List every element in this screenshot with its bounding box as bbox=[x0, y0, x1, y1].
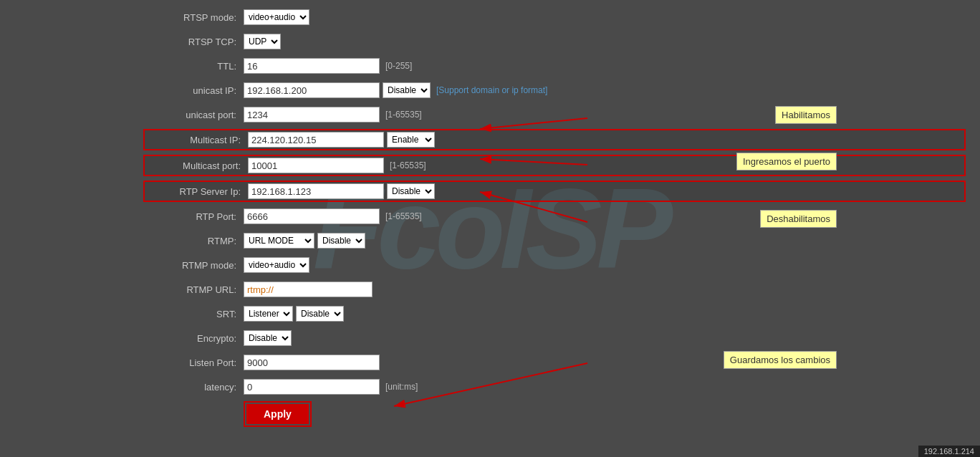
ttl-label: TTL: bbox=[143, 61, 244, 72]
rtsp-tcp-label: RTSP TCP: bbox=[143, 37, 244, 47]
rtmp-control: URL MODE PUSH MODE Disable Enable bbox=[244, 233, 365, 249]
srt-row: SRT: Listener Caller Disable Enable bbox=[143, 304, 966, 324]
encrypto-select[interactable]: Disable Enable bbox=[244, 330, 292, 346]
rtp-port-input[interactable] bbox=[244, 208, 380, 224]
multicast-ip-status-select[interactable]: Enable Disable bbox=[387, 132, 435, 148]
multicast-port-label: Multicast port: bbox=[148, 160, 248, 171]
ttl-control: [0-255] bbox=[244, 58, 412, 74]
rtp-server-ip-label: RTP Server Ip: bbox=[148, 186, 248, 197]
multicast-port-hint: [1-65535] bbox=[390, 160, 426, 170]
apply-button[interactable]: Apply bbox=[246, 404, 309, 424]
unicast-port-label: unicast port: bbox=[143, 110, 244, 120]
unicast-ip-row: unicast IP: Disable Enable [Support doma… bbox=[143, 80, 966, 100]
rtsp-mode-control: video+audio video audio bbox=[244, 9, 309, 25]
ttl-row: TTL: [0-255] bbox=[143, 56, 966, 76]
unicast-ip-hint: [Support domain or ip format] bbox=[436, 85, 547, 95]
encrypto-row: Encrypto: Disable Enable bbox=[143, 328, 966, 348]
unicast-port-hint: [1-65535] bbox=[385, 110, 422, 120]
rtsp-mode-row: RTSP mode: video+audio video audio bbox=[143, 7, 966, 27]
ttl-input[interactable] bbox=[244, 58, 380, 74]
multicast-ip-input[interactable] bbox=[248, 132, 384, 148]
multicast-ip-row: Multicast IP: Enable Disable bbox=[143, 129, 966, 150]
latency-hint: [unit:ms] bbox=[385, 382, 418, 392]
rtmp-row: RTMP: URL MODE PUSH MODE Disable Enable bbox=[143, 231, 966, 251]
encrypto-control: Disable Enable bbox=[244, 330, 292, 346]
latency-label: latency: bbox=[143, 382, 244, 393]
srt-label: SRT: bbox=[143, 309, 244, 319]
rtmp-url-row: RTMP URL: bbox=[143, 279, 966, 299]
rtmp-url-input[interactable] bbox=[244, 282, 373, 297]
unicast-port-control: [1-65535] bbox=[244, 107, 422, 122]
multicast-ip-control: Enable Disable bbox=[248, 132, 435, 148]
rtmp-label: RTMP: bbox=[143, 236, 244, 246]
srt-control: Listener Caller Disable Enable bbox=[244, 306, 344, 322]
rtsp-tcp-row: RTSP TCP: UDP TCP bbox=[143, 32, 966, 52]
rtp-port-row: RTP Port: [1-65535] bbox=[143, 206, 966, 226]
ttl-hint: [0-255] bbox=[385, 61, 412, 71]
rtsp-mode-label: RTSP mode: bbox=[143, 12, 244, 23]
multicast-port-row: Multicast port: [1-65535] bbox=[143, 155, 966, 176]
srt-mode-select[interactable]: Listener Caller bbox=[244, 306, 293, 322]
latency-control: [unit:ms] bbox=[244, 379, 418, 395]
unicast-port-input[interactable] bbox=[244, 107, 380, 122]
rtmp-mode-row: RTMP mode: video+audio video audio bbox=[143, 255, 966, 275]
rtmp-status-select[interactable]: Disable Enable bbox=[317, 233, 365, 249]
unicast-ip-label: unicast IP: bbox=[143, 85, 244, 96]
rtmp-mode-label: RTMP mode: bbox=[143, 260, 244, 271]
rtsp-tcp-select[interactable]: UDP TCP bbox=[244, 34, 281, 49]
unicast-ip-control: Disable Enable [Support domain or ip for… bbox=[244, 82, 547, 98]
rtmp-audio-select[interactable]: video+audio video audio bbox=[244, 257, 309, 273]
listen-port-input[interactable] bbox=[244, 355, 380, 370]
encrypto-label: Encrypto: bbox=[143, 333, 244, 344]
multicast-ip-label: Multicast IP: bbox=[148, 135, 248, 145]
unicast-ip-status-select[interactable]: Disable Enable bbox=[383, 82, 431, 98]
latency-row: latency: [unit:ms] bbox=[143, 377, 966, 397]
rtmp-url-control bbox=[244, 282, 373, 297]
listen-port-control bbox=[244, 355, 380, 370]
rtsp-tcp-control: UDP TCP bbox=[244, 34, 281, 49]
srt-status-select[interactable]: Disable Enable bbox=[296, 306, 344, 322]
apply-row: Apply bbox=[143, 401, 966, 427]
rtp-port-control: [1-65535] bbox=[244, 208, 422, 224]
rtsp-mode-select[interactable]: video+audio video audio bbox=[244, 9, 309, 25]
apply-control: Apply bbox=[244, 401, 312, 427]
multicast-port-input[interactable] bbox=[248, 158, 384, 173]
rtp-port-label: RTP Port: bbox=[143, 211, 244, 222]
ip-badge: 192.168.1.214 bbox=[918, 446, 980, 457]
latency-input[interactable] bbox=[244, 379, 380, 395]
rtmp-url-label: RTMP URL: bbox=[143, 284, 244, 295]
listen-port-label: Listen Port: bbox=[143, 357, 244, 368]
rtp-server-ip-row: RTP Server Ip: Disable Enable bbox=[143, 181, 966, 202]
unicast-port-row: unicast port: [1-65535] bbox=[143, 105, 966, 125]
rtp-server-ip-control: Disable Enable bbox=[248, 183, 435, 199]
rtmp-mode-control: video+audio video audio bbox=[244, 257, 309, 273]
unicast-ip-input[interactable] bbox=[244, 82, 380, 98]
annotation-ingresamos: Ingresamos el puerto bbox=[736, 153, 837, 170]
rtmp-mode-select[interactable]: URL MODE PUSH MODE bbox=[244, 233, 314, 249]
rtp-server-ip-input[interactable] bbox=[248, 183, 384, 199]
rtp-server-status-select[interactable]: Disable Enable bbox=[387, 183, 435, 199]
multicast-port-control: [1-65535] bbox=[248, 158, 426, 173]
annotation-habilitamos: Habilitamos bbox=[775, 106, 837, 124]
rtp-port-hint: [1-65535] bbox=[385, 211, 422, 221]
apply-btn-container: Apply bbox=[244, 401, 312, 427]
annotation-guardamos: Guardamos los cambios bbox=[724, 351, 837, 369]
listen-port-row: Listen Port: bbox=[143, 352, 966, 372]
annotation-deshabilitamos: Deshabilitamos bbox=[760, 210, 837, 228]
